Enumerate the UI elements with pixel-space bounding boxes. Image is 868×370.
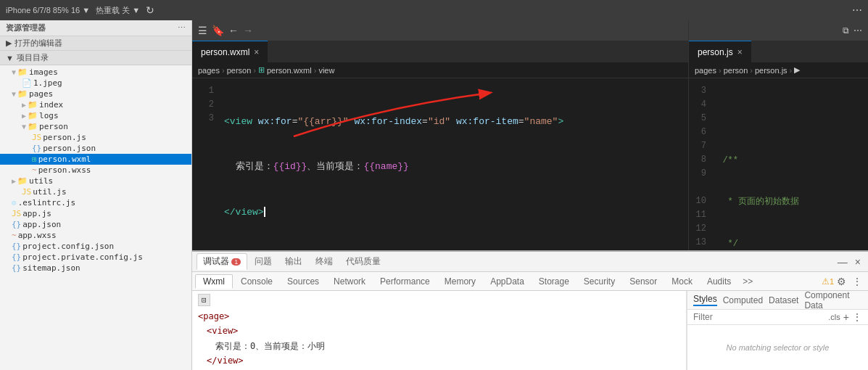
breadcrumb-sep2: › xyxy=(253,66,256,75)
tree-label: app.js xyxy=(22,209,51,218)
tree-item[interactable]: ▼ 📁 pages xyxy=(0,89,191,99)
project-dir-label[interactable]: 项目目录 xyxy=(17,52,49,63)
sub-tab-mock[interactable]: Mock xyxy=(664,275,700,288)
sub-tab-performance[interactable]: Performance xyxy=(373,275,437,288)
js-tab[interactable]: person.js × xyxy=(689,41,751,62)
styles-tab-styles[interactable]: Styles xyxy=(693,294,717,306)
breadcrumb-view[interactable]: view xyxy=(318,66,334,75)
file-icon: {} xyxy=(12,220,21,229)
code-line-2: 索引是：{{id}}、当前项是：{{name}} xyxy=(224,160,682,175)
line-numbers: 1 2 3 xyxy=(192,78,218,250)
folder-icon: 📁 xyxy=(17,176,28,186)
js-more-icon[interactable]: ⋯ xyxy=(853,25,862,36)
js-code-content[interactable]: /** * 页面的初始数据 */ data: { control:true, a… xyxy=(709,78,868,250)
js-split-icon[interactable]: ⧉ xyxy=(843,25,849,36)
styles-tab-computed[interactable]: Computed xyxy=(723,295,763,305)
sub-tab-appdata[interactable]: AppData xyxy=(483,275,532,288)
styles-tab-component[interactable]: Component Data xyxy=(804,291,862,311)
devtools-tab-quality[interactable]: 代码质量 xyxy=(340,254,387,269)
tab-close-icon[interactable]: × xyxy=(254,47,259,57)
wxml-editor: ☰ 🔖 ← → person.wxml × pages xyxy=(192,20,688,250)
opened-files-label[interactable]: 打开的编辑器 xyxy=(15,38,62,49)
tree-item[interactable]: JS person.js xyxy=(0,132,191,143)
devtools-vertical-dots[interactable]: ⋮ xyxy=(849,276,865,287)
explorer-title: 资源管理器 xyxy=(6,22,46,33)
tree-item-selected[interactable]: ⊞ person.wxml xyxy=(0,154,191,165)
devtools-close-icon[interactable]: × xyxy=(852,256,864,268)
tree-item[interactable]: JS app.js xyxy=(0,208,191,219)
wxml-tree-line: </view> xyxy=(198,353,680,368)
hot-reload-toggle[interactable]: 热重载 关 ▼ xyxy=(96,5,140,16)
devtools-tab-debug[interactable]: 调试器 1 xyxy=(197,253,247,270)
tree-item[interactable]: {} person.json xyxy=(0,143,191,154)
toolbar-more-icon[interactable]: ⋯ xyxy=(852,4,862,16)
sub-tab-more[interactable]: >> xyxy=(738,275,757,288)
explorer-more-icon[interactable]: ⋯ xyxy=(178,23,186,33)
styles-cls-label[interactable]: .cls xyxy=(828,313,840,321)
file-icon: ~ xyxy=(12,231,17,240)
file-icon: ⊙ xyxy=(12,198,17,207)
styles-filter-input[interactable] xyxy=(693,312,825,322)
folder-icon: 📁 xyxy=(28,122,38,131)
code-line-1: <view wx:for="{{arr}}" wx:for-index="id"… xyxy=(224,115,682,130)
tree-item[interactable]: ▶ 📁 index xyxy=(0,99,191,110)
tree-item[interactable]: 📄 1.jpeg xyxy=(0,78,191,89)
editor-toolbar-icon[interactable]: ☰ xyxy=(198,25,207,36)
editor-tab-wxml[interactable]: person.wxml × xyxy=(192,41,268,62)
tree-item[interactable]: ▶ 📁 utils xyxy=(0,176,191,186)
device-selector[interactable]: iPhone 6/7/8 85% 16 ▼ xyxy=(6,6,90,15)
devtools-tab-output[interactable]: 输出 xyxy=(279,254,308,269)
tree-label: sitemap.json xyxy=(22,263,80,273)
devtools-settings-icon[interactable]: ⚙ xyxy=(834,276,849,287)
editor-nav-forward[interactable]: → xyxy=(243,25,253,36)
devtools-tab-issues[interactable]: 问题 xyxy=(249,254,278,269)
devtools-tab-terminal[interactable]: 终端 xyxy=(310,254,339,269)
js-editor: ⧉ ⋯ person.js × pages › person xyxy=(688,20,868,250)
tree-item[interactable]: ~ app.wxss xyxy=(0,230,191,241)
js-tab-close[interactable]: × xyxy=(737,47,743,57)
inspect-icon[interactable]: ⊡ xyxy=(198,294,210,306)
tree-item[interactable]: ▶ 📁 logs xyxy=(0,110,191,121)
breadcrumb-pages[interactable]: pages xyxy=(198,66,220,75)
tree-item[interactable]: ⊙ .eslintrc.js xyxy=(0,197,191,208)
devtools-minimize-icon[interactable]: — xyxy=(835,256,851,268)
tree-item[interactable]: {} app.json xyxy=(0,219,191,230)
file-icon: JS xyxy=(32,133,41,142)
sub-tab-wxml[interactable]: Wxml xyxy=(195,274,233,289)
tree-item[interactable]: ~ person.wxss xyxy=(0,165,191,176)
breadcrumb-sep3: › xyxy=(314,66,317,75)
sub-tab-sensor[interactable]: Sensor xyxy=(622,275,664,288)
folder-icon: 📁 xyxy=(17,89,28,99)
breadcrumb-file[interactable]: person.wxml xyxy=(267,66,312,75)
styles-tab-dataset[interactable]: Dataset xyxy=(769,295,798,305)
tree-label: person.wxss xyxy=(38,165,91,175)
file-icon: {} xyxy=(12,263,21,273)
code-content[interactable]: <view wx:for="{{arr}}" wx:for-index="id"… xyxy=(218,78,688,250)
tree-label: pages xyxy=(29,89,53,99)
breadcrumb-person[interactable]: person xyxy=(227,66,252,75)
refresh-icon[interactable]: ↻ xyxy=(146,4,154,16)
editor-nav-back[interactable]: ← xyxy=(228,25,239,36)
tree-label: person.json xyxy=(43,144,96,153)
tree-item[interactable]: {} project.private.config.js xyxy=(0,252,191,263)
styles-add-icon[interactable]: + xyxy=(843,311,849,323)
sub-tab-security[interactable]: Security xyxy=(576,275,622,288)
sub-tab-sources[interactable]: Sources xyxy=(280,275,326,288)
sub-tab-network[interactable]: Network xyxy=(326,275,373,288)
editor-bookmark-icon[interactable]: 🔖 xyxy=(212,25,224,36)
tree-item[interactable]: {} sitemap.json xyxy=(0,263,191,274)
sub-tab-storage[interactable]: Storage xyxy=(532,275,576,288)
sub-tab-memory[interactable]: Memory xyxy=(437,275,483,288)
tree-item[interactable]: ▼ 📁 images xyxy=(0,67,191,78)
styles-more-icon[interactable]: ⋮ xyxy=(852,311,862,323)
file-icon: ~ xyxy=(32,165,37,175)
tree-label: index xyxy=(39,100,63,110)
tree-label: .eslintrc.js xyxy=(18,198,75,207)
tree-label: project.private.config.js xyxy=(22,252,143,262)
file-icon: JS xyxy=(12,209,21,218)
sub-tab-console[interactable]: Console xyxy=(233,275,280,288)
tree-item[interactable]: ▼ 📁 person xyxy=(0,121,191,132)
tree-item[interactable]: JS util.js xyxy=(0,186,191,197)
tree-item[interactable]: {} project.config.json xyxy=(0,241,191,252)
sub-tab-audits[interactable]: Audits xyxy=(700,275,738,288)
